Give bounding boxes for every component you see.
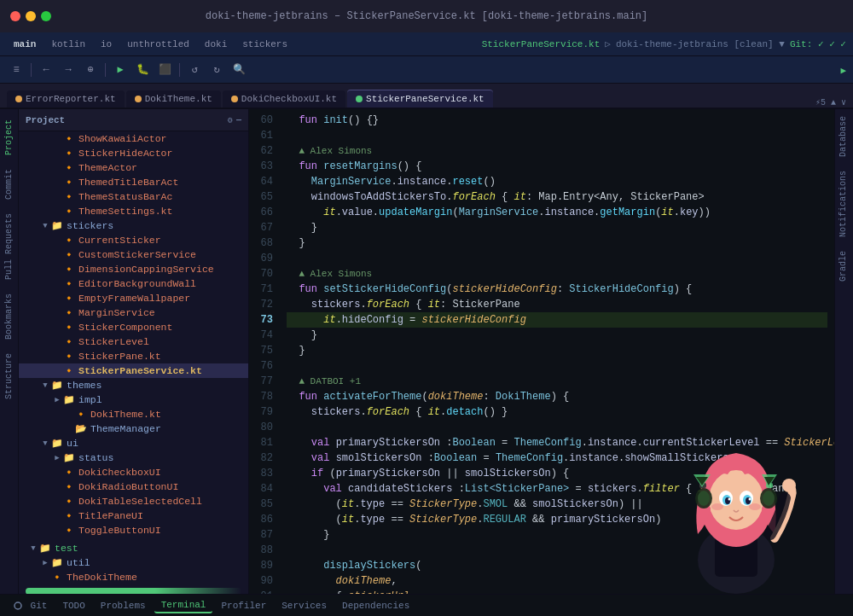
kotlin-file-icon: 🔸	[63, 496, 75, 507]
file-tab-errorreporter[interactable]: ErrorReporter.kt	[7, 90, 125, 108]
tree-item-currentsticker[interactable]: 🔸 CurrentSticker	[19, 233, 248, 247]
bottom-tab-profiler[interactable]: Profiler	[214, 599, 273, 613]
file-tab-dot	[356, 96, 363, 102]
folder-arrow: ▶	[51, 453, 63, 462]
tree-item-ui-folder[interactable]: ▼ 📁 ui	[19, 436, 248, 450]
file-tab-dokitheme[interactable]: DokiTheme.kt	[126, 90, 221, 108]
tree-item-stickercomponent[interactable]: 🔸 StickerComponent	[19, 320, 248, 334]
tree-item-status-folder[interactable]: ▶ 📁 status	[19, 450, 248, 465]
tree-item-stickerpane[interactable]: 🔸 StickerPane.kt	[19, 349, 248, 363]
file-tab-label: DokiCheckboxUI.kt	[241, 94, 337, 104]
tree-item-label: TheDokiTheme	[67, 572, 137, 583]
code-line: fun init() {}	[287, 113, 827, 128]
bottom-tab-dependencies[interactable]: Dependencies	[335, 599, 416, 613]
tree-item-dokitable[interactable]: 🔸 DokiTableSelectedCell	[19, 494, 248, 508]
tree-item-emptyframe[interactable]: 🔸 EmptyFrameWallpaper	[19, 291, 248, 305]
bottom-tab-todo[interactable]: TODO	[55, 599, 91, 613]
tree-item-themedtitlebaract[interactable]: 🔸 ThemedTitleBarAct	[19, 175, 248, 189]
left-panel-pullrequests[interactable]: Pull Requests	[2, 206, 16, 287]
tree-item-thedokitheme[interactable]: 🔸 TheDokiTheme	[19, 570, 248, 584]
tree-item-thememanager[interactable]: 📂 ThemeManager	[19, 421, 248, 436]
svg-point-21	[749, 498, 751, 501]
file-tab-stickerpaneservice[interactable]: StickerPaneService.kt	[347, 90, 493, 108]
tree-item-label: ThemedTitleBarAct	[78, 177, 178, 188]
toolbar-sep-2	[105, 63, 106, 77]
folder-arrow: ▼	[39, 381, 51, 390]
traffic-lights	[10, 11, 51, 21]
right-panel-notifications[interactable]: Notifications	[835, 164, 853, 244]
git-status: Git: ✓ ✓ ✓	[790, 38, 846, 49]
undo-button[interactable]: ↺	[185, 61, 204, 79]
right-panel-gradle[interactable]: Gradle	[835, 244, 853, 288]
bottom-tab-problems[interactable]: Problems	[94, 599, 153, 613]
top-tab-unthrottled[interactable]: unthrottled	[120, 38, 196, 51]
tree-item-util-folder[interactable]: ▶ 📁 util	[19, 555, 248, 570]
sidebar-scrollbar[interactable]	[26, 588, 241, 594]
left-panel-commit[interactable]: Commit	[2, 162, 16, 206]
tree-item-stickerhideactor[interactable]: 🔸 StickerHideActor	[19, 146, 248, 160]
tree-item-stickers-folder[interactable]: ▼ 📁 stickers	[19, 218, 248, 233]
tree-item-themestatusbaract[interactable]: 🔸 ThemeStatusBarAc	[19, 189, 248, 204]
tree-item-label: themes	[67, 380, 102, 391]
code-line: }	[287, 235, 827, 251]
kotlin-file-icon: 🔸	[63, 264, 75, 275]
top-tab-main[interactable]: main	[7, 38, 43, 51]
tree-item-togglebutton[interactable]: 🔸 ToggleButtonUI	[19, 523, 248, 538]
line-numbers: 60 61 62 63 64 65 66 67 68 69 70 71 72 7…	[249, 109, 280, 594]
right-panel-database[interactable]: Database	[835, 109, 853, 164]
stop-button[interactable]: ⬛	[155, 61, 174, 79]
redo-button[interactable]: ↻	[207, 61, 226, 79]
bottom-tab-services[interactable]: Services	[275, 599, 334, 613]
folder-arrow: ▶	[51, 395, 63, 404]
run-button[interactable]: ▶	[111, 61, 130, 79]
back-button[interactable]: ←	[37, 61, 55, 79]
file-tab-dot	[15, 96, 22, 102]
tree-item-themes-folder[interactable]: ▼ 📁 themes	[19, 378, 248, 392]
bottom-tab-git[interactable]: Git	[7, 599, 54, 613]
tree-item-titlepaneui[interactable]: 🔸 TitlePaneUI	[19, 508, 248, 523]
bottom-tab-terminal[interactable]: Terminal	[154, 598, 213, 613]
tree-item-impl-folder[interactable]: ▶ 📁 impl	[19, 392, 248, 407]
search-button[interactable]: 🔍	[229, 61, 248, 79]
tree-item-label: EditorBackgroundWall	[78, 278, 196, 289]
minimize-button[interactable]	[26, 11, 36, 21]
code-line: fun activateForTheme(dokiTheme: DokiThem…	[287, 389, 827, 404]
toolbar-sep-1	[31, 63, 32, 77]
tree-item-stickerpaneservice[interactable]: 🔸 StickerPaneService.kt	[19, 363, 248, 378]
tree-item-marginservice[interactable]: 🔸 MarginService	[19, 305, 248, 320]
close-button[interactable]	[10, 11, 20, 21]
left-panel-bookmarks[interactable]: Bookmarks	[2, 287, 16, 346]
kotlin-file-icon: 🔸	[63, 278, 75, 289]
debug-button[interactable]: 🐛	[133, 61, 152, 79]
menu-button[interactable]: ≡	[7, 61, 26, 79]
forward-button[interactable]: →	[59, 61, 78, 79]
svg-point-8	[763, 491, 775, 506]
tree-item-showkawaiiiactor[interactable]: 🔸 ShowKawaiiActor	[19, 131, 248, 146]
file-tab-dokicheckboxui[interactable]: DokiCheckboxUI.kt	[223, 90, 345, 108]
maximize-button[interactable]	[41, 11, 51, 21]
kotlin-file-icon: 🔸	[63, 133, 75, 144]
tree-item-dokicheckboxui[interactable]: 🔸 DokiCheckboxUI	[19, 465, 248, 479]
kotlin-file-icon: 🔸	[63, 206, 75, 217]
top-tab-kotlin[interactable]: kotlin	[44, 38, 92, 51]
top-tab-doki[interactable]: doki	[198, 38, 234, 51]
sidebar-collapse-btn[interactable]: —	[236, 115, 241, 125]
tree-item-themeactor[interactable]: 🔸 ThemeActor	[19, 160, 248, 175]
tree-item-dokitheme-file[interactable]: 🔸 DokiTheme.kt	[19, 407, 248, 421]
left-panel-structure[interactable]: Structure	[2, 346, 16, 406]
tree-item-test-folder[interactable]: ▼ 📁 test	[19, 541, 248, 555]
build-button[interactable]: ⊕	[81, 61, 100, 79]
tree-item-dokiradiobutton[interactable]: 🔸 DokiRadioButtonUI	[19, 479, 248, 494]
top-tab-stickers[interactable]: stickers	[235, 38, 294, 51]
top-tab-io[interactable]: io	[94, 38, 119, 51]
sidebar-settings-btn[interactable]: ⚙	[228, 115, 233, 125]
tree-item-themesettings[interactable]: 🔸 ThemeSettings.kt	[19, 204, 248, 218]
tree-item-customstickerservice[interactable]: 🔸 CustomStickerService	[19, 247, 248, 262]
left-panel-project[interactable]: Project	[2, 113, 16, 162]
tree-item-stickerlevel[interactable]: 🔸 StickerLevel	[19, 334, 248, 349]
folder-icon: 📂	[75, 423, 87, 434]
tree-item-label: StickerLevel	[78, 336, 149, 347]
tree-item-dimensioncapping[interactable]: 🔸 DimensionCappingService	[19, 262, 248, 276]
tree-item-editorbackground[interactable]: 🔸 EditorBackgroundWall	[19, 276, 248, 291]
file-tab-dot	[135, 96, 142, 102]
